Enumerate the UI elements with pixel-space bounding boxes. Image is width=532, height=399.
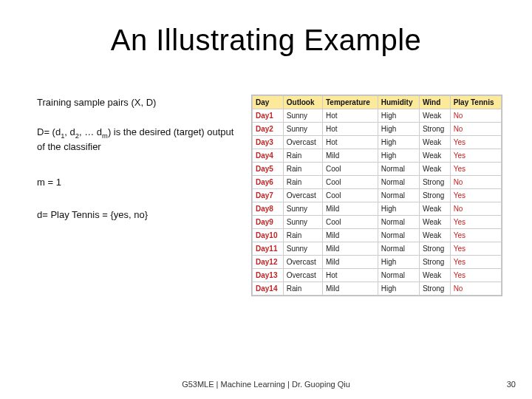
cell-value: High (378, 282, 419, 296)
text-fragment: , … d (79, 126, 102, 137)
cell-day: Day5 (253, 163, 284, 176)
cell-value: Weak (419, 136, 450, 149)
table-row: Day10RainMildNormalWeakYes (253, 229, 502, 242)
cell-value: Overcast (283, 256, 322, 269)
cell-result: No (450, 202, 501, 216)
tennis-table: DayOutlookTemperatureHumidityWindPlay Te… (251, 95, 502, 296)
cell-value: Mild (322, 229, 378, 242)
cell-value: Weak (419, 202, 450, 216)
cell-value: Cool (322, 176, 378, 189)
cell-value: Mild (322, 242, 378, 256)
cell-day: Day14 (253, 282, 284, 296)
cell-result: No (450, 282, 501, 296)
table-row: Day9SunnyCoolNormalWeakYes (253, 216, 502, 229)
cell-value: Normal (378, 269, 419, 282)
col-header: Day (253, 96, 284, 109)
cell-value: Weak (419, 269, 450, 282)
cell-day: Day2 (253, 123, 284, 136)
cell-result: No (450, 123, 501, 136)
cell-value: Mild (322, 256, 378, 269)
cell-value: Sunny (283, 202, 322, 216)
cell-result: Yes (450, 189, 501, 202)
table-header: DayOutlookTemperatureHumidityWindPlay Te… (253, 96, 502, 109)
cell-value: Overcast (283, 189, 322, 202)
cell-value: Mild (322, 282, 378, 296)
cell-result: Yes (450, 269, 501, 282)
cell-day: Day6 (253, 176, 284, 189)
cell-value: Strong (419, 189, 450, 202)
cell-value: Strong (419, 242, 450, 256)
cell-day: Day8 (253, 202, 284, 216)
cell-day: Day10 (253, 229, 284, 242)
cell-value: Normal (378, 176, 419, 189)
text-d-play-tennis: d= Play Tennis = {yes, no} (37, 208, 244, 222)
col-header: Outlook (283, 96, 322, 109)
cell-value: Sunny (283, 242, 322, 256)
cell-value: Cool (322, 189, 378, 202)
cell-value: Strong (419, 256, 450, 269)
cell-value: Weak (419, 216, 450, 229)
table-row: Day5RainCoolNormalWeakYes (253, 163, 502, 176)
cell-result: Yes (450, 229, 501, 242)
cell-value: Hot (322, 109, 378, 123)
cell-day: Day13 (253, 269, 284, 282)
cell-value: Normal (378, 229, 419, 242)
col-header: Temperature (322, 96, 378, 109)
table-row: Day3OvercastHotHighWeakYes (253, 136, 502, 149)
col-header: Wind (419, 96, 450, 109)
cell-value: Mild (322, 149, 378, 163)
cell-value: Hot (322, 123, 378, 136)
cell-value: Normal (378, 189, 419, 202)
cell-value: High (378, 123, 419, 136)
cell-result: Yes (450, 242, 501, 256)
cell-value: Hot (322, 136, 378, 149)
cell-day: Day7 (253, 189, 284, 202)
cell-value: Rain (283, 149, 322, 163)
cell-value: Cool (322, 216, 378, 229)
cell-value: Weak (419, 109, 450, 123)
table-row: Day12OvercastMildHighStrongYes (253, 256, 502, 269)
cell-value: Sunny (283, 109, 322, 123)
cell-value: Normal (378, 163, 419, 176)
cell-day: Day4 (253, 149, 284, 163)
text-fragment: , d (64, 126, 75, 137)
data-table: DayOutlookTemperatureHumidityWindPlay Te… (252, 95, 502, 296)
cell-value: Rain (283, 176, 322, 189)
text-desired-output: D= (d1, d2, … dm) is the desired (target… (37, 126, 244, 154)
table-row: Day6RainCoolNormalStrongNo (253, 176, 502, 189)
table-header-row: DayOutlookTemperatureHumidityWindPlay Te… (253, 96, 502, 109)
col-header: Play Tennis (450, 96, 501, 109)
slide: An Illustrating Example Training sample … (0, 0, 532, 399)
cell-result: Yes (450, 163, 501, 176)
table-row: Day14RainMildHighStrongNo (253, 282, 502, 296)
cell-value: Hot (322, 269, 378, 282)
cell-result: Yes (450, 136, 501, 149)
cell-value: Strong (419, 123, 450, 136)
table-row: Day4RainMildHighWeakYes (253, 149, 502, 163)
cell-day: Day12 (253, 256, 284, 269)
table-row: Day2SunnyHotHighStrongNo (253, 123, 502, 136)
cell-value: Rain (283, 229, 322, 242)
cell-value: Strong (419, 176, 450, 189)
col-header: Humidity (378, 96, 419, 109)
cell-value: Weak (419, 149, 450, 163)
page-number: 30 (507, 380, 516, 389)
table-row: Day1SunnyHotHighWeakNo (253, 109, 502, 123)
text-training-pairs: Training sample pairs (X, D) (37, 96, 244, 109)
cell-value: Overcast (283, 269, 322, 282)
cell-day: Day9 (253, 216, 284, 229)
cell-value: High (378, 136, 419, 149)
cell-value: Rain (283, 163, 322, 176)
table-body: Day1SunnyHotHighWeakNoDay2SunnyHotHighSt… (253, 109, 502, 296)
cell-result: Yes (450, 256, 501, 269)
cell-value: Mild (322, 202, 378, 216)
cell-day: Day11 (253, 242, 284, 256)
cell-value: Weak (419, 163, 450, 176)
cell-value: High (378, 149, 419, 163)
cell-value: High (378, 202, 419, 216)
subscript-m: m (102, 132, 108, 140)
table-row: Day11SunnyMildNormalStrongYes (253, 242, 502, 256)
cell-value: Normal (378, 216, 419, 229)
slide-footer: G53MLE | Machine Learning | Dr. Guoping … (0, 380, 532, 389)
cell-result: No (450, 176, 501, 189)
